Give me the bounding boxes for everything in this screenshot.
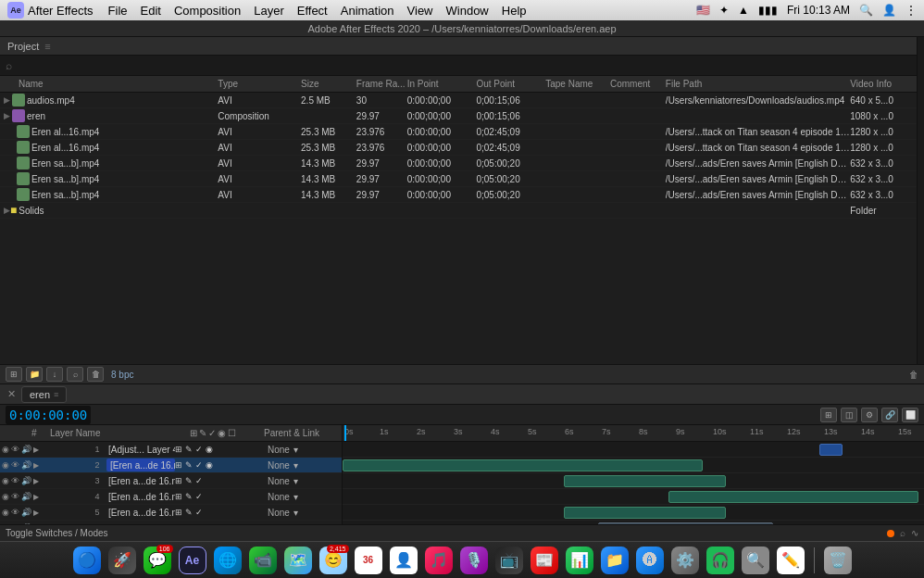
layer-visible-icon[interactable]: 👁: [11, 508, 19, 517]
timeline-btn-5[interactable]: ⬜: [902, 408, 918, 422]
menu-file[interactable]: File: [108, 4, 128, 18]
panel-menu-icon[interactable]: ≡: [44, 41, 50, 52]
layer-row[interactable]: ◉ 👁 🔊 ▶ 1 [Adjust... Layer 4] ⊞ ✎ ✓ ◉: [0, 442, 342, 458]
layer-expand-icon[interactable]: ▶: [33, 461, 39, 470]
timeline-btn-4[interactable]: 🔗: [881, 408, 898, 422]
timeline-close-btn[interactable]: ✕: [7, 388, 16, 400]
bpc-label[interactable]: 8 bpc: [111, 370, 133, 380]
dock-item-calendar[interactable]: 36: [353, 545, 384, 576]
layer-audio-icon[interactable]: 🔊: [21, 445, 31, 454]
ls-2[interactable]: ✎: [185, 460, 193, 470]
layer-expand-icon[interactable]: ▶: [33, 509, 39, 517]
ls-3[interactable]: ✓: [195, 445, 203, 454]
project-search-bar[interactable]: ⌕: [0, 56, 924, 76]
layer-solo-icon[interactable]: ◉: [2, 508, 9, 517]
delete-btn[interactable]: 🗑: [87, 367, 104, 382]
layer-row[interactable]: ◉👁🔊▶ 3 [Eren a...de 16.mp4] ⊞✎✓ None▾: [0, 473, 342, 489]
layer-expand-icon[interactable]: ▶: [33, 477, 39, 485]
dock-item-appstore[interactable]: 🅐: [634, 545, 666, 576]
ls-3[interactable]: ✓: [195, 492, 203, 501]
table-row[interactable]: ▶ eren Composition 29.97 0:00;00;00 0;00…: [0, 108, 924, 124]
menu-help[interactable]: Help: [502, 4, 527, 18]
layer-row[interactable]: ◉👁🔊▶ 4 [Eren a...de 16.mp4] ⊞✎✓ None▾: [0, 489, 342, 505]
dock-item-finder[interactable]: 🔵: [71, 545, 103, 576]
ls-3[interactable]: ✓: [195, 508, 203, 517]
layer-visible-icon[interactable]: 👁: [11, 460, 19, 470]
dock-item-facetime[interactable]: 📹: [247, 545, 279, 576]
ls-3[interactable]: ✓: [195, 460, 203, 470]
layer-visible-icon[interactable]: 👁: [11, 445, 19, 454]
app-name[interactable]: After Effects: [28, 4, 94, 18]
menu-effect[interactable]: Effect: [297, 4, 328, 18]
ls-1[interactable]: ⊞: [175, 445, 182, 454]
dock-item-podcasts[interactable]: 🎙️: [458, 545, 490, 576]
timeline-zoom-icon[interactable]: ⌕: [900, 528, 905, 538]
ls-1[interactable]: ⊞: [175, 476, 182, 485]
dock-item-tv[interactable]: 📺: [493, 545, 525, 576]
ls-3[interactable]: ✓: [195, 476, 203, 485]
layer-expand-icon[interactable]: ▶: [33, 446, 39, 454]
layer-parent-dropdown[interactable]: ▾: [293, 492, 298, 502]
search-btn[interactable]: ⌕: [67, 367, 83, 382]
layer-solo-icon[interactable]: ◉: [2, 445, 9, 454]
ls-2[interactable]: ✎: [185, 492, 193, 501]
timeline-btn-1[interactable]: ⊞: [820, 408, 837, 422]
layer-parent-dropdown[interactable]: ▾: [293, 508, 298, 518]
layer-visible-icon[interactable]: 👁: [11, 492, 19, 501]
dock-item-aftereffects[interactable]: Ae: [177, 545, 208, 576]
user-icon[interactable]: 👤: [882, 4, 896, 17]
track-row[interactable]: [343, 458, 924, 473]
dock-item-textedit[interactable]: ✏️: [775, 545, 806, 576]
ls-2[interactable]: ✎: [185, 508, 193, 517]
menu-animation[interactable]: Animation: [341, 4, 394, 18]
menu-view[interactable]: View: [407, 4, 433, 18]
table-row[interactable]: Eren sa...b].mp4 AVI 14.3 MB 29.97 0:00:…: [0, 171, 924, 187]
ls-2[interactable]: ✎: [185, 476, 193, 485]
ls-1[interactable]: ⊞: [175, 460, 182, 470]
table-row[interactable]: Eren sa...b].mp4 AVI 14.3 MB 29.97 0:00:…: [0, 156, 924, 171]
timeline-graph-icon[interactable]: ∿: [911, 528, 918, 538]
grid-icon[interactable]: ⋮: [905, 4, 917, 17]
ls-1[interactable]: ⊞: [175, 508, 182, 517]
layer-solo-icon[interactable]: ◉: [2, 476, 9, 485]
project-scrollbar[interactable]: [917, 37, 924, 396]
toggle-switches-btn[interactable]: Toggle Switches / Modes: [6, 528, 108, 538]
menu-edit[interactable]: Edit: [141, 4, 161, 18]
search-menubar-icon[interactable]: 🔍: [859, 4, 873, 17]
table-row[interactable]: Eren sa...b].mp4 AVI 14.3 MB 29.97 0:00:…: [0, 187, 924, 203]
timecode-display[interactable]: 0:00:00:00: [6, 406, 91, 424]
dock-item-spotify[interactable]: 🎧: [705, 545, 736, 576]
table-row[interactable]: Eren al...16.mp4 AVI 25.3 MB 23.976 0:00…: [0, 140, 924, 156]
layer-solo-icon[interactable]: ◉: [2, 460, 9, 470]
menu-window[interactable]: Window: [446, 4, 489, 18]
track-row[interactable]: [343, 442, 924, 458]
dock-item-sysprefs[interactable]: ⚙️: [669, 545, 701, 576]
layer-audio-icon[interactable]: 🔊: [21, 460, 31, 470]
dock-item-waze[interactable]: 😊 2,415: [318, 545, 349, 576]
dock-item-messages[interactable]: 💬 106: [142, 545, 173, 576]
dock-item-search[interactable]: 🔍: [740, 545, 771, 576]
composition-tab[interactable]: eren ≡: [21, 386, 67, 403]
layer-parent-dropdown[interactable]: ▾: [293, 460, 298, 471]
track-row[interactable]: [343, 473, 924, 489]
dock-item-launchpad[interactable]: 🚀: [106, 545, 138, 576]
layer-audio-icon[interactable]: 🔊: [21, 508, 31, 517]
dock-item-news[interactable]: 📰: [529, 545, 560, 576]
new-folder-btn[interactable]: 📁: [26, 367, 43, 382]
dock-item-maps[interactable]: 🗺️: [282, 545, 314, 576]
track-row[interactable]: [343, 489, 924, 505]
menu-layer[interactable]: Layer: [254, 4, 284, 18]
playhead[interactable]: [344, 425, 346, 441]
ls-2[interactable]: ✎: [185, 445, 193, 454]
menu-composition[interactable]: Composition: [174, 4, 241, 18]
layer-audio-icon[interactable]: 🔊: [21, 476, 31, 485]
import-btn[interactable]: ↓: [46, 367, 63, 382]
dock-item-trash[interactable]: 🗑️: [822, 545, 854, 576]
table-row[interactable]: Eren al...16.mp4 AVI 25.3 MB 23.976 0:00…: [0, 124, 924, 140]
ls-4[interactable]: ◉: [206, 460, 213, 470]
layer-expand-icon[interactable]: ▶: [33, 493, 39, 501]
layer-visible-icon[interactable]: 👁: [11, 476, 19, 485]
ls-4[interactable]: ◉: [206, 445, 213, 454]
dock-item-safari[interactable]: 🌐: [212, 545, 243, 576]
timeline-btn-2[interactable]: ◫: [841, 408, 857, 422]
